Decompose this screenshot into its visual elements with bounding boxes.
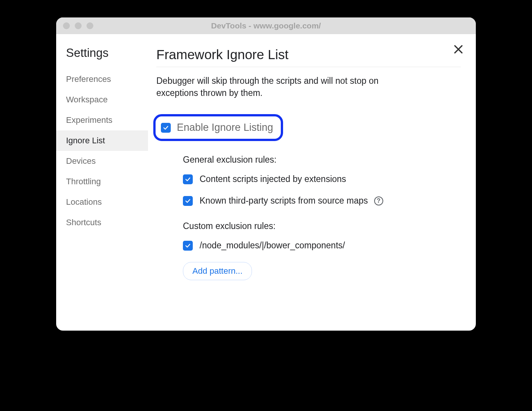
general-rule-row: Content scripts injected by extensions [183,174,461,184]
main-panel: Framework Ignore List Debugger will skip… [148,34,476,331]
general-exclusion-section: General exclusion rules: Content scripts… [183,155,461,206]
titlebar: DevTools - www.google.com/ [56,17,476,34]
custom-rule-label: /node_modules/|/bower_components/ [200,240,345,251]
close-button[interactable] [452,43,464,55]
sidebar-item-shortcuts[interactable]: Shortcuts [63,212,148,233]
sidebar-item-throttling[interactable]: Throttling [63,171,148,192]
enable-ignore-listing-checkbox[interactable] [161,123,171,133]
custom-section-title: Custom exclusion rules: [183,221,461,231]
traffic-minimize-icon[interactable] [75,22,82,29]
content-scripts-checkbox[interactable] [183,174,193,184]
general-rule-row: Known third-party scripts from source ma… [183,196,461,206]
window-title: DevTools - www.google.com/ [56,21,476,30]
traffic-close-icon[interactable] [63,22,70,29]
page-description: Debugger will skip through the scripts a… [156,75,422,99]
settings-sidebar: Settings Preferences Workspace Experimen… [56,34,148,331]
traffic-lights [63,22,93,29]
content-scripts-label: Content scripts injected by extensions [200,174,346,184]
custom-rule-checkbox[interactable] [183,241,193,251]
check-icon [162,124,169,131]
general-section-title: General exclusion rules: [183,155,461,165]
settings-heading: Settings [63,46,148,60]
check-icon [184,242,191,249]
title-divider [156,67,461,67]
help-icon[interactable]: ? [374,196,383,206]
enable-ignore-listing-highlight: Enable Ignore Listing [153,114,283,141]
close-icon [452,43,464,55]
check-icon [184,176,191,183]
add-pattern-button[interactable]: Add pattern... [183,262,252,280]
third-party-scripts-checkbox[interactable] [183,196,193,206]
traffic-zoom-icon[interactable] [87,22,93,29]
devtools-settings-window: DevTools - www.google.com/ Settings Pref… [56,17,476,331]
check-icon [184,198,191,204]
sidebar-item-locations[interactable]: Locations [63,192,148,212]
page-title: Framework Ignore List [156,47,461,62]
custom-exclusion-section: Custom exclusion rules: /node_modules/|/… [183,221,461,280]
sidebar-item-ignore-list[interactable]: Ignore List [56,130,148,151]
sidebar-item-preferences[interactable]: Preferences [63,69,148,89]
third-party-scripts-label: Known third-party scripts from source ma… [200,196,368,206]
enable-ignore-listing-label: Enable Ignore Listing [177,122,273,133]
sidebar-item-workspace[interactable]: Workspace [63,89,148,110]
sidebar-item-experiments[interactable]: Experiments [63,110,148,130]
sidebar-item-devices[interactable]: Devices [63,151,148,171]
custom-rule-row: /node_modules/|/bower_components/ [183,240,461,251]
content-area: Settings Preferences Workspace Experimen… [56,34,476,331]
